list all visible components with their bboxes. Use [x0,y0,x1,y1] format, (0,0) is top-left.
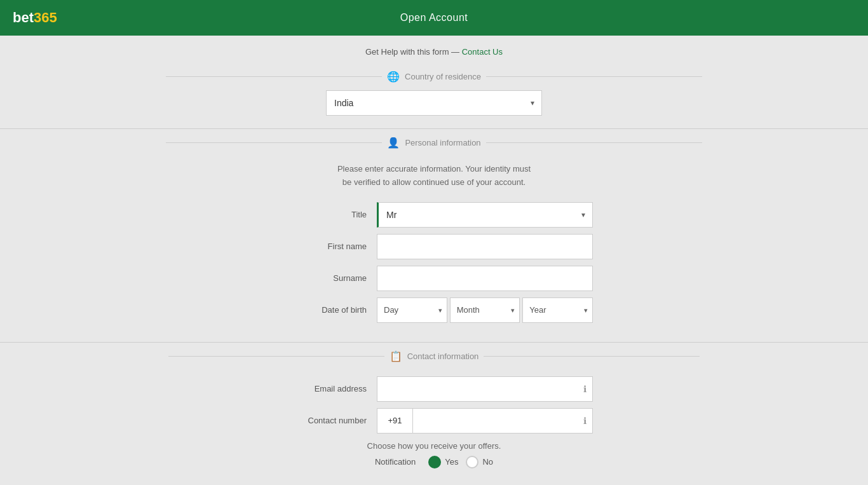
country-select[interactable]: India United Kingdom Australia Canada [326,90,542,116]
dob-wrapper: Day ▾ Month ▾ Year ▾ [377,297,593,323]
surname-label: Surname [275,273,377,283]
contact-us-link[interactable]: Contact Us [462,47,503,57]
contact-section: Email address ℹ Contact number +91 ℹ Cho… [0,370,868,485]
email-info-icon[interactable]: ℹ [583,384,587,394]
first-name-label: First name [275,242,377,251]
email-input[interactable] [377,376,593,402]
contact-info-section-label: Contact information [407,352,479,361]
country-select-wrapper: India United Kingdom Australia Canada ▾ [326,90,542,116]
contact-info-section-divider: 📋 Contact information [0,343,868,370]
phone-prefix: +91 [377,408,412,434]
country-section-label: Country of residence [405,72,481,81]
country-section: India United Kingdom Australia Canada ▾ [0,90,868,128]
notification-no-group: No [466,456,493,468]
notification-row: Notification Yes No [0,456,868,468]
personal-info-text-line2: be verified to allow continued use of yo… [342,177,526,187]
first-name-row: First name [0,234,868,259]
contact-icon: 📋 [390,350,402,362]
email-row: Email address ℹ [0,376,868,402]
dob-day-wrapper: Day ▾ [377,297,447,323]
phone-wrapper: +91 ℹ [377,408,593,434]
help-bar: Get Help with this form — Contact Us [0,36,868,63]
person-icon: 👤 [387,137,400,149]
logo-num: 365 [34,10,57,25]
personal-info-section-divider: 👤 Personal information [0,129,868,156]
notification-label: Notification [375,457,416,467]
title-label: Title [275,210,377,219]
page-title: Open Account [400,12,468,24]
phone-info-icon[interactable]: ℹ [583,416,587,426]
notification-no-label[interactable]: No [482,457,493,467]
personal-info-description: Please enter accurate information. Your … [0,163,868,189]
personal-info-section: Please enter accurate information. Your … [0,156,868,342]
logo: bet365 [13,10,57,26]
country-section-divider: 🌐 Country of residence [0,63,868,90]
dob-row: Date of birth Day ▾ Month ▾ Year ▾ [0,297,868,323]
phone-row: Contact number +91 ℹ [0,408,868,434]
offers-text: Choose how you receive your offers. [0,441,868,451]
dob-year-select[interactable]: Year [522,297,593,323]
notification-yes-radio[interactable] [428,456,441,468]
email-input-wrapper: ℹ [377,376,593,402]
notification-no-radio[interactable] [466,456,478,468]
dob-day-select[interactable]: Day [377,297,447,323]
first-name-input[interactable] [377,234,593,259]
dob-year-wrapper: Year ▾ [522,297,593,323]
notification-yes-label[interactable]: Yes [445,457,458,467]
title-select[interactable]: Mr Mrs Miss Ms Dr [377,202,593,228]
header: bet365 Open Account [0,0,868,36]
phone-label: Contact number [275,416,377,425]
surname-row: Surname [0,266,868,291]
personal-info-text-line1: Please enter accurate information. Your … [337,164,531,174]
title-row: Title Mr Mrs Miss Ms Dr ▾ [0,202,868,228]
dob-month-wrapper: Month ▾ [450,297,520,323]
dob-label: Date of birth [275,305,377,315]
surname-input[interactable] [377,266,593,291]
globe-icon: 🌐 [387,71,400,83]
help-text: Get Help with this form — [365,47,459,57]
logo-bet: bet [13,10,34,25]
title-select-wrapper: Mr Mrs Miss Ms Dr ▾ [377,202,593,228]
phone-input-wrapper: ℹ [412,408,593,434]
phone-input[interactable] [412,408,593,434]
personal-info-section-label: Personal information [405,138,480,147]
email-label: Email address [275,384,377,393]
dob-month-select[interactable]: Month [450,297,520,323]
notification-yes-group: Yes [428,456,458,468]
